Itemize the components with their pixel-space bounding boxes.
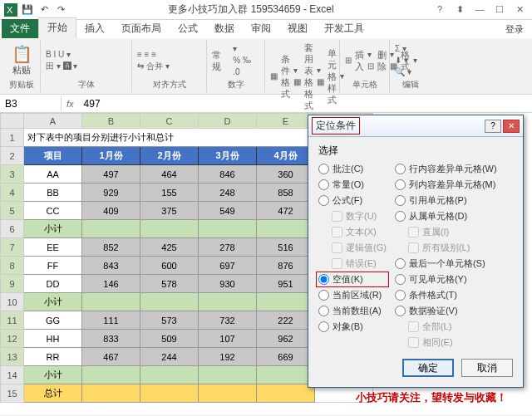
name-box[interactable]: B3 — [0, 96, 62, 111]
cell[interactable]: HH — [24, 330, 82, 348]
cell[interactable]: 858 — [257, 184, 315, 202]
cell[interactable]: 732 — [199, 311, 257, 330]
row-header[interactable]: 6 — [1, 220, 24, 238]
cell[interactable]: 425 — [140, 238, 199, 257]
cell[interactable]: 509 — [140, 330, 199, 348]
cell[interactable]: 549 — [199, 202, 257, 220]
opt-coldiff[interactable]: 列内容差异单元格(M) — [395, 179, 497, 191]
cell[interactable]: 360 — [257, 165, 315, 184]
close-icon[interactable]: ✕ — [510, 4, 529, 15]
cell[interactable]: 876 — [257, 257, 315, 275]
editing-group[interactable]: Σ ▾⬇ ▾🔍 ▾ — [395, 42, 426, 79]
cell[interactable]: 464 — [140, 165, 199, 184]
cell[interactable]: AA — [24, 165, 82, 184]
cell[interactable]: 843 — [82, 257, 140, 275]
cell[interactable]: 951 — [257, 275, 315, 293]
tab-review[interactable]: 审阅 — [243, 19, 279, 38]
cell[interactable]: 472 — [257, 202, 315, 220]
ribbon-toggle-icon[interactable]: ⬍ — [451, 4, 469, 15]
formula-bar[interactable]: 497 — [79, 96, 532, 111]
tab-data[interactable]: 数据 — [206, 19, 243, 38]
tab-dev[interactable]: 开发工具 — [316, 19, 372, 38]
paste-button[interactable]: 📋粘贴 — [8, 44, 35, 76]
row-header[interactable]: 12 — [1, 330, 24, 348]
cell[interactable] — [82, 384, 140, 403]
col-header[interactable]: B — [82, 114, 140, 129]
cell[interactable]: 467 — [82, 348, 140, 366]
cell[interactable]: 107 — [199, 330, 257, 348]
opt-visible[interactable]: 可见单元格(Y) — [395, 273, 497, 286]
cell[interactable]: 小计 — [24, 366, 82, 384]
col-header[interactable]: D — [199, 114, 257, 129]
table-header[interactable]: 1月份 — [82, 147, 140, 165]
cell[interactable] — [140, 384, 199, 403]
tab-layout[interactable]: 页面布局 — [113, 19, 170, 38]
cell[interactable]: DD — [24, 275, 82, 293]
cell[interactable]: 516 — [257, 238, 315, 257]
opt-blanks[interactable]: 空值(K) — [316, 272, 389, 287]
cell[interactable]: EE — [24, 238, 82, 257]
cell[interactable] — [199, 384, 257, 403]
cell[interactable] — [199, 220, 257, 238]
cell[interactable]: 929 — [82, 184, 140, 202]
row-header[interactable]: 15 — [1, 384, 24, 403]
opt-formulas[interactable]: 公式(F) — [318, 194, 387, 207]
cells-group[interactable]: ⊞ 插入▾⊟ 删除▾▦ 格式▾ — [345, 42, 384, 79]
row-header[interactable]: 5 — [1, 202, 24, 220]
cell[interactable]: FF — [24, 257, 82, 275]
cell[interactable]: 146 — [82, 275, 140, 293]
tab-view[interactable]: 视图 — [279, 19, 316, 38]
cell[interactable] — [82, 293, 140, 311]
cell[interactable]: CC — [24, 202, 82, 220]
cell[interactable]: 192 — [199, 348, 257, 366]
cell[interactable]: GG — [24, 311, 82, 330]
row-header[interactable]: 4 — [1, 184, 24, 202]
cell[interactable] — [140, 293, 199, 311]
opt-region[interactable]: 当前区域(R) — [318, 289, 387, 301]
opt-condfmt[interactable]: 条件格式(T) — [395, 289, 497, 301]
opt-precedents[interactable]: 引用单元格(P) — [395, 194, 497, 207]
col-header[interactable] — [1, 114, 24, 129]
cell[interactable] — [257, 366, 315, 384]
signin-link[interactable]: 登录 — [497, 21, 532, 38]
cell[interactable] — [82, 366, 140, 384]
col-header[interactable]: A — [24, 114, 82, 129]
save-icon[interactable]: 💾 — [20, 2, 35, 17]
cell[interactable]: 278 — [199, 238, 257, 257]
cell[interactable]: 222 — [257, 311, 315, 330]
cell[interactable]: 总计 — [24, 384, 82, 403]
row-header[interactable]: 3 — [1, 165, 24, 184]
cell[interactable]: 578 — [140, 275, 199, 293]
cell[interactable]: 375 — [140, 202, 199, 220]
cell[interactable] — [199, 293, 257, 311]
opt-last[interactable]: 最后一个单元格(S) — [395, 257, 497, 270]
row-header[interactable]: 13 — [1, 348, 24, 366]
cell[interactable] — [199, 366, 257, 384]
cell[interactable]: 244 — [140, 348, 199, 366]
cell[interactable]: 111 — [82, 311, 140, 330]
tab-insert[interactable]: 插入 — [76, 19, 113, 38]
redo-icon[interactable]: ↷ — [53, 2, 68, 17]
row-header[interactable]: 7 — [1, 238, 24, 257]
row-header[interactable]: 14 — [1, 366, 24, 384]
cell[interactable]: RR — [24, 348, 82, 366]
row-header[interactable]: 9 — [1, 275, 24, 293]
cell[interactable] — [257, 384, 315, 403]
cell[interactable]: 833 — [82, 330, 140, 348]
opt-rowdiff[interactable]: 行内容差异单元格(W) — [395, 163, 497, 175]
table-header[interactable]: 项目 — [24, 147, 82, 165]
dialog-close-icon[interactable]: ✕ — [503, 120, 520, 133]
row-header[interactable]: 1 — [1, 129, 24, 147]
minimize-icon[interactable]: — — [470, 4, 489, 15]
cell[interactable]: 573 — [140, 311, 199, 330]
cell[interactable]: 小计 — [24, 293, 82, 311]
opt-constants[interactable]: 常量(O) — [318, 179, 387, 191]
row-header[interactable]: 11 — [1, 311, 24, 330]
cell[interactable] — [257, 293, 315, 311]
tab-file[interactable]: 文件 — [2, 19, 38, 38]
cell[interactable]: 155 — [140, 184, 199, 202]
help-icon[interactable]: ? — [431, 4, 449, 15]
cell[interactable] — [140, 366, 199, 384]
cell[interactable]: 852 — [82, 238, 140, 257]
opt-comments[interactable]: 批注(C) — [318, 163, 387, 175]
